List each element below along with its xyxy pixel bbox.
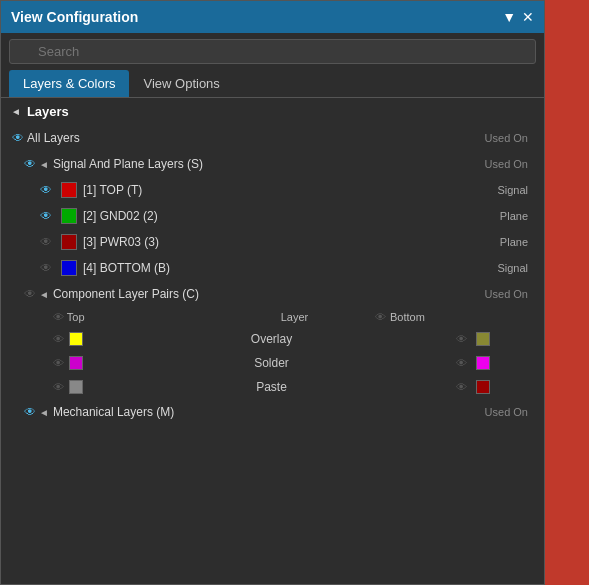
mechanical-arrow[interactable]: ◄ <box>39 407 49 418</box>
layer-gnd02-type: Plane <box>500 210 528 222</box>
overlay-top-swatch[interactable] <box>69 332 83 346</box>
all-layers-used-on: Used On <box>485 132 528 144</box>
signal-plane-used-on: Used On <box>485 158 528 170</box>
pin-icon[interactable]: ▼ <box>502 9 516 25</box>
tab-layers-colors[interactable]: Layers & Colors <box>9 70 129 97</box>
layer-pwr03-eye-icon[interactable]: 👁 <box>37 233 55 251</box>
mechanical-used-on: Used On <box>485 406 528 418</box>
layer-top-color-swatch[interactable] <box>61 182 77 198</box>
search-bar-container: 🔍 <box>1 33 544 70</box>
panel-title: View Configuration <box>11 9 138 25</box>
component-pairs-used-on: Used On <box>485 288 528 300</box>
solder-top-swatch[interactable] <box>69 356 83 370</box>
layer-top-name: [1] TOP (T) <box>83 183 497 197</box>
overlay-bottom-eye[interactable]: 👁 <box>456 333 472 345</box>
layer-top-row[interactable]: 👁 [1] TOP (T) Signal <box>1 177 544 203</box>
layer-bottom-name: [4] BOTTOM (B) <box>83 261 497 275</box>
mechanical-row[interactable]: 👁 ◄ Mechanical Layers (M) Used On <box>1 399 544 425</box>
all-layers-row[interactable]: 👁 All Layers Used On <box>1 125 544 151</box>
col-top-eye: 👁 <box>53 311 64 323</box>
layer-gnd02-row[interactable]: 👁 [2] GND02 (2) Plane <box>1 203 544 229</box>
layer-pwr03-type: Plane <box>500 236 528 248</box>
solder-bottom-eye[interactable]: 👁 <box>456 357 472 369</box>
paste-right: 👁 <box>456 380 536 394</box>
signal-plane-label: Signal And Plane Layers (S) <box>53 157 485 171</box>
component-pairs-eye-icon[interactable]: 👁 <box>21 285 39 303</box>
all-layers-eye-icon[interactable]: 👁 <box>9 129 27 147</box>
all-layers-label: All Layers <box>27 131 485 145</box>
layer-bottom-color-swatch[interactable] <box>61 260 77 276</box>
col-bottom-eye: 👁 <box>375 311 386 323</box>
view-configuration-panel: View Configuration ▼ ✕ 🔍 Layers & Colors… <box>0 0 545 585</box>
signal-plane-arrow[interactable]: ◄ <box>39 159 49 170</box>
solder-bottom-swatch[interactable] <box>476 356 490 370</box>
layer-bottom-type: Signal <box>497 262 528 274</box>
search-wrapper: 🔍 <box>9 39 536 64</box>
overlay-right: 👁 <box>456 332 536 346</box>
paste-center-label: Paste <box>87 380 456 394</box>
layer-pwr03-name: [3] PWR03 (3) <box>83 235 500 249</box>
paste-top-eye[interactable]: 👁 <box>53 381 69 393</box>
layer-top-eye-icon[interactable]: 👁 <box>37 181 55 199</box>
signal-plane-row[interactable]: 👁 ◄ Signal And Plane Layers (S) Used On <box>1 151 544 177</box>
layer-gnd02-eye-icon[interactable]: 👁 <box>37 207 55 225</box>
layer-gnd02-color-swatch[interactable] <box>61 208 77 224</box>
paste-row[interactable]: 👁 Paste 👁 <box>1 375 544 399</box>
col-header-top: 👁 Top <box>53 311 214 323</box>
close-icon[interactable]: ✕ <box>522 9 534 25</box>
title-bar: View Configuration ▼ ✕ <box>1 1 544 33</box>
title-bar-icons: ▼ ✕ <box>502 9 534 25</box>
paste-top-swatch[interactable] <box>69 380 83 394</box>
tab-view-options[interactable]: View Options <box>129 70 233 97</box>
overlay-center-label: Overlay <box>87 332 456 346</box>
layers-collapse-arrow[interactable]: ◄ <box>11 106 21 117</box>
overlay-top-eye[interactable]: 👁 <box>53 333 69 345</box>
layer-top-type: Signal <box>497 184 528 196</box>
col-header-layer: Layer <box>214 311 375 323</box>
layer-gnd02-name: [2] GND02 (2) <box>83 209 500 223</box>
layer-bottom-row[interactable]: 👁 [4] BOTTOM (B) Signal <box>1 255 544 281</box>
mechanical-label: Mechanical Layers (M) <box>53 405 485 419</box>
overlay-bottom-swatch[interactable] <box>476 332 490 346</box>
component-pairs-arrow[interactable]: ◄ <box>39 289 49 300</box>
layer-bottom-eye-icon[interactable]: 👁 <box>37 259 55 277</box>
tabs-container: Layers & Colors View Options <box>1 70 544 98</box>
paste-bottom-swatch[interactable] <box>476 380 490 394</box>
col-header-bottom: 👁 Bottom <box>375 311 536 323</box>
mechanical-eye-icon[interactable]: 👁 <box>21 403 39 421</box>
layer-pwr03-color-swatch[interactable] <box>61 234 77 250</box>
solder-center-label: Solder <box>87 356 456 370</box>
layers-content[interactable]: ◄ Layers 👁 All Layers Used On 👁 ◄ Signal… <box>1 98 544 584</box>
overlay-row[interactable]: 👁 Overlay 👁 <box>1 327 544 351</box>
signal-plane-eye-icon[interactable]: 👁 <box>21 155 39 173</box>
layers-section-title: Layers <box>27 104 69 119</box>
component-col-headers: 👁 Top Layer 👁 Bottom <box>1 307 544 327</box>
component-pairs-row[interactable]: 👁 ◄ Component Layer Pairs (C) Used On <box>1 281 544 307</box>
search-input[interactable] <box>9 39 536 64</box>
layers-section-header: ◄ Layers <box>1 98 544 125</box>
solder-top-eye[interactable]: 👁 <box>53 357 69 369</box>
component-pairs-label: Component Layer Pairs (C) <box>53 287 485 301</box>
layer-pwr03-row[interactable]: 👁 [3] PWR03 (3) Plane <box>1 229 544 255</box>
paste-bottom-eye[interactable]: 👁 <box>456 381 472 393</box>
solder-right: 👁 <box>456 356 536 370</box>
solder-row[interactable]: 👁 Solder 👁 <box>1 351 544 375</box>
